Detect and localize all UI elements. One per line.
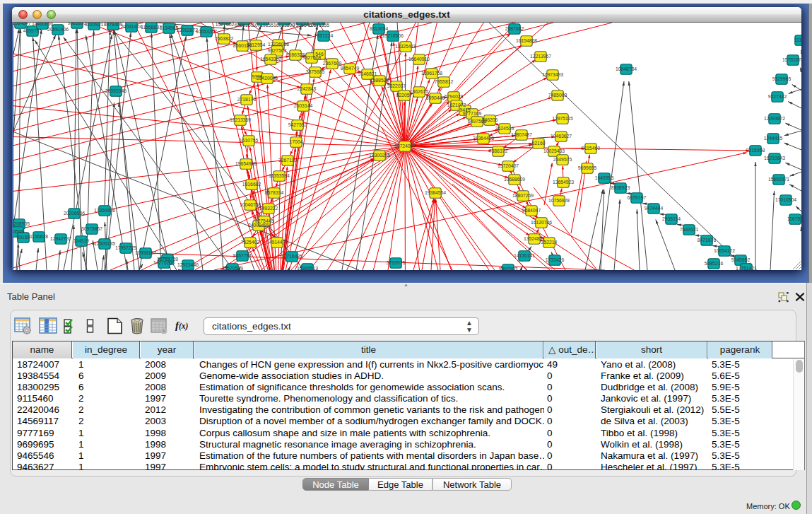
svg-text:30975867: 30975867 [81, 226, 102, 231]
svg-text:8990448: 8990448 [426, 95, 445, 100]
svg-text:18724007: 18724007 [394, 144, 416, 148]
svg-text:9777169: 9777169 [463, 111, 482, 116]
svg-text:8471676: 8471676 [698, 238, 717, 243]
svg-text:3267110: 3267110 [278, 158, 297, 163]
svg-text:10463627: 10463627 [551, 134, 572, 139]
svg-text:12505135: 12505135 [94, 241, 115, 246]
svg-text:546: 546 [315, 52, 324, 57]
svg-text:1588520: 1588520 [370, 78, 389, 83]
svg-text:16396513: 16396513 [297, 266, 318, 270]
svg-text:2935114: 2935114 [662, 216, 681, 221]
svg-text:18300295: 18300295 [369, 153, 390, 158]
svg-text:2367608: 2367608 [323, 61, 342, 66]
svg-text:1640953: 1640953 [595, 175, 614, 180]
svg-text:16671355: 16671355 [308, 23, 329, 28]
svg-text:18807269: 18807269 [512, 193, 534, 198]
svg-text:16154808: 16154808 [516, 38, 537, 43]
svg-text:14275203: 14275203 [153, 260, 175, 265]
svg-text:7625402: 7625402 [241, 240, 260, 245]
svg-text:5793975: 5793975 [387, 260, 406, 265]
svg-text:16033809: 16033809 [273, 23, 295, 28]
svg-text:2603144: 2603144 [294, 103, 313, 108]
svg-text:3624514: 3624514 [495, 126, 514, 131]
svg-text:10688609: 10688609 [504, 177, 525, 182]
svg-text:10654122: 10654122 [714, 248, 735, 253]
svg-text:5493222: 5493222 [259, 206, 278, 211]
svg-text:62160: 62160 [532, 141, 546, 146]
svg-text:13325419: 13325419 [395, 44, 416, 49]
svg-text:20206556: 20206556 [64, 211, 85, 216]
svg-text:8938923: 8938923 [611, 185, 630, 190]
svg-text:9427552: 9427552 [288, 122, 307, 127]
svg-text:15720407: 15720407 [498, 163, 519, 168]
svg-text:19218506: 19218506 [382, 33, 404, 38]
svg-text:9115460: 9115460 [582, 146, 600, 151]
svg-text:20031404: 20031404 [121, 24, 142, 29]
svg-text:6794028: 6794028 [445, 94, 464, 99]
svg-text:19654945: 19654945 [235, 161, 257, 166]
svg-text:2718176: 2718176 [237, 97, 257, 102]
svg-text:15751074: 15751074 [782, 57, 801, 62]
svg-text:3220921: 3220921 [85, 23, 104, 27]
svg-text:17751421: 17751421 [736, 266, 757, 270]
svg-text:12093872: 12093872 [764, 116, 785, 121]
svg-text:22992872: 22992872 [177, 28, 198, 33]
svg-text:16543362: 16543362 [260, 57, 281, 62]
svg-text:12975115: 12975115 [552, 116, 573, 121]
svg-text:13226058: 13226058 [268, 42, 289, 47]
svg-text:8079409: 8079409 [104, 23, 123, 27]
svg-text:11353594: 11353594 [269, 173, 290, 178]
svg-text:8813054: 8813054 [370, 26, 389, 31]
svg-text:7663822: 7663822 [215, 36, 234, 41]
svg-text:26208505: 26208505 [13, 221, 30, 226]
svg-text:7386372: 7386372 [489, 148, 508, 153]
svg-text:114519: 114519 [73, 238, 89, 243]
svg-text:14460856: 14460856 [32, 23, 53, 26]
svg-text:10973493: 10973493 [542, 72, 563, 77]
svg-text:9474444: 9474444 [645, 206, 664, 211]
svg-text:12213369: 12213369 [230, 117, 251, 122]
svg-text:1244415: 1244415 [764, 136, 783, 141]
svg-text:10958167: 10958167 [135, 250, 156, 255]
svg-text:9227342: 9227342 [768, 94, 787, 99]
svg-text:3215958: 3215958 [746, 148, 765, 153]
svg-text:17010504: 17010504 [775, 197, 796, 202]
svg-text:9887903: 9887903 [499, 267, 518, 270]
svg-text:1362615: 1362615 [410, 89, 429, 94]
svg-text:1916682: 1916682 [242, 182, 261, 187]
svg-text:11584847: 11584847 [13, 23, 31, 25]
svg-text:14136141: 14136141 [514, 253, 535, 258]
svg-text:9699695: 9699695 [578, 165, 597, 170]
svg-text:7955812: 7955812 [435, 79, 454, 84]
svg-text:12942737: 12942737 [50, 236, 71, 241]
svg-text:23420046: 23420046 [257, 76, 278, 81]
svg-text:746206: 746206 [482, 117, 498, 122]
svg-text:9275445: 9275445 [255, 218, 274, 223]
svg-text:10648784: 10648784 [616, 66, 637, 71]
svg-text:11558837: 11558837 [141, 25, 162, 30]
svg-text:16210643: 16210643 [764, 156, 785, 160]
svg-text:14914479: 14914479 [266, 240, 288, 245]
svg-text:11172: 11172 [794, 37, 801, 42]
svg-text:9327503: 9327503 [268, 48, 287, 53]
svg-text:8578334: 8578334 [265, 190, 284, 195]
svg-text:2687682: 2687682 [505, 26, 524, 31]
svg-text:7357224: 7357224 [314, 33, 334, 38]
svg-text:12923446: 12923446 [177, 262, 199, 267]
svg-text:13654923: 13654923 [553, 180, 574, 185]
svg-text:10046768: 10046768 [240, 202, 261, 207]
svg-text:19384554: 19384554 [425, 190, 446, 195]
svg-text:20053346: 20053346 [105, 88, 126, 93]
svg-text:116753: 116753 [787, 216, 801, 221]
svg-text:21364436: 21364436 [473, 136, 494, 141]
svg-text:2349575: 2349575 [553, 157, 572, 162]
svg-text:3875685: 3875685 [306, 69, 325, 74]
svg-text:9684047: 9684047 [522, 208, 541, 213]
svg-text:252214: 252214 [541, 240, 558, 245]
svg-text:10807487: 10807487 [511, 132, 532, 137]
svg-text:13716485: 13716485 [281, 254, 302, 259]
svg-text:9245652: 9245652 [731, 257, 751, 262]
svg-text:1621072: 1621072 [447, 103, 466, 107]
svg-text:15692971: 15692971 [768, 177, 789, 182]
svg-text:17359926: 17359926 [94, 208, 115, 213]
